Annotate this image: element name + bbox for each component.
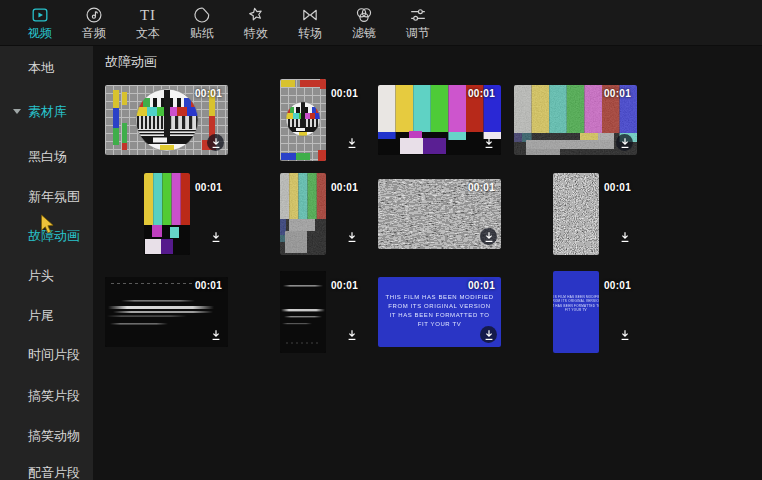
sidebar-item-outro[interactable]: 片尾 bbox=[28, 308, 54, 324]
duration-badge: 00:01 bbox=[195, 182, 222, 193]
grid-cell: 00:01 bbox=[514, 85, 637, 155]
download-icon bbox=[619, 329, 631, 341]
bluescreen-line: IT HAS BEEN FORMATTED TO bbox=[390, 311, 490, 320]
tab-video[interactable]: 视频 bbox=[13, 0, 67, 45]
sidebar-item-dubbing-clips-label: 配音片段 bbox=[28, 465, 80, 480]
download-icon bbox=[346, 137, 358, 149]
download-button[interactable] bbox=[207, 326, 224, 343]
grid-cell: 00:01 bbox=[241, 85, 364, 155]
video-thumbnail-color-bars-glitch-vertical[interactable] bbox=[144, 173, 190, 255]
sidebar-item-library[interactable]: 素材库 bbox=[28, 104, 67, 120]
filter-circles-icon bbox=[354, 5, 374, 25]
tab-effects[interactable]: 特效 bbox=[229, 0, 283, 45]
sidebar-item-new-year-label: 新年氛围 bbox=[28, 189, 80, 204]
duration-badge: 00:01 bbox=[331, 88, 358, 99]
tab-text[interactable]: TI 文本 bbox=[121, 0, 175, 45]
download-button[interactable] bbox=[480, 134, 497, 151]
effects-star-icon bbox=[246, 5, 266, 25]
sidebar-item-black-white[interactable]: 黑白场 bbox=[28, 149, 67, 165]
download-button[interactable] bbox=[616, 134, 633, 151]
sidebar-item-glitch-animation[interactable]: 故障动画 bbox=[28, 228, 80, 244]
tab-adjust[interactable]: 调节 bbox=[391, 0, 445, 45]
download-button[interactable] bbox=[343, 228, 360, 245]
sticker-icon bbox=[192, 5, 212, 25]
sidebar-item-intro[interactable]: 片头 bbox=[28, 268, 54, 284]
download-icon bbox=[346, 329, 358, 341]
grid-cell: 00:01 bbox=[514, 179, 637, 249]
download-icon bbox=[210, 231, 222, 243]
sidebar-item-funny-animals-label: 搞笑动物 bbox=[28, 428, 80, 443]
sidebar-item-library-label: 素材库 bbox=[28, 104, 67, 119]
tab-video-label: 视频 bbox=[28, 26, 52, 40]
download-button[interactable] bbox=[343, 134, 360, 151]
download-button[interactable] bbox=[480, 326, 497, 343]
sidebar-item-time-clips[interactable]: 时间片段 bbox=[28, 347, 80, 363]
duration-badge: 00:01 bbox=[331, 182, 358, 193]
bluescreen-line: FIT YOUR TV bbox=[565, 308, 587, 313]
sidebar-item-funny-clips[interactable]: 搞笑片段 bbox=[28, 388, 80, 404]
caret-down-icon bbox=[13, 109, 21, 114]
bluescreen-line: FROM ITS ORIGINAL VERSION bbox=[388, 302, 490, 311]
sidebar-item-glitch-animation-label: 故障动画 bbox=[28, 228, 80, 243]
grid-cell: 00:01 bbox=[378, 85, 501, 155]
app-window: 视频 音频 TI 文本 bbox=[0, 0, 762, 480]
transition-bowtie-icon bbox=[300, 5, 320, 25]
download-button[interactable] bbox=[207, 134, 224, 151]
duration-badge: 00:01 bbox=[331, 280, 358, 291]
tab-adjust-label: 调节 bbox=[406, 26, 430, 40]
video-thumbnail-pm5544-test-pattern-vertical[interactable] bbox=[280, 79, 326, 161]
download-button[interactable] bbox=[616, 326, 633, 343]
top-toolbar: 视频 音频 TI 文本 bbox=[0, 0, 762, 46]
bluescreen-notice-text: THIS FILM HAS BEEN MODIFIED FROM ITS ORI… bbox=[569, 291, 583, 316]
tab-filter[interactable]: 滤镜 bbox=[337, 0, 391, 45]
download-icon bbox=[619, 231, 631, 243]
video-thumbnail-color-bars-noise-vertical[interactable] bbox=[280, 173, 326, 255]
sidebar-item-black-white-label: 黑白场 bbox=[28, 149, 67, 164]
video-icon bbox=[30, 5, 50, 25]
grid-cell: THIS FILM HAS BEEN MODIFIED FROM ITS ORI… bbox=[514, 277, 637, 347]
grid-cell: 00:01 bbox=[241, 277, 364, 347]
page-title: 故障动画 bbox=[105, 53, 157, 71]
grid-cell: 00:01 bbox=[105, 179, 228, 249]
grid-cell: 00:01 bbox=[378, 179, 501, 249]
download-icon bbox=[483, 137, 495, 149]
sidebar-item-funny-clips-label: 搞笑片段 bbox=[28, 388, 80, 403]
download-button[interactable] bbox=[480, 228, 497, 245]
adjust-sliders-icon bbox=[408, 5, 428, 25]
tab-transition-label: 转场 bbox=[298, 26, 322, 40]
grid-cell: 00:01 bbox=[105, 85, 228, 155]
sidebar-item-outro-label: 片尾 bbox=[28, 308, 54, 323]
tab-effects-label: 特效 bbox=[244, 26, 268, 40]
video-thumbnail-blue-screen-notice-vertical[interactable]: THIS FILM HAS BEEN MODIFIED FROM ITS ORI… bbox=[553, 271, 599, 353]
duration-badge: 00:01 bbox=[604, 182, 631, 193]
tab-audio[interactable]: 音频 bbox=[67, 0, 121, 45]
category-sidebar: 本地 素材库 黑白场 新年氛围 故障动画 片头 片尾 时间片段 搞笑片段 搞笑动… bbox=[0, 45, 93, 480]
duration-badge: 00:01 bbox=[195, 88, 222, 99]
tab-transition[interactable]: 转场 bbox=[283, 0, 337, 45]
text-icon: TI bbox=[138, 5, 158, 25]
tab-sticker[interactable]: 贴纸 bbox=[175, 0, 229, 45]
download-button[interactable] bbox=[343, 326, 360, 343]
tab-filter-label: 滤镜 bbox=[352, 26, 376, 40]
download-icon bbox=[210, 329, 222, 341]
material-grid-panel: 故障动画 bbox=[93, 45, 762, 480]
toolbar-tabs: 视频 音频 TI 文本 bbox=[13, 0, 445, 45]
sidebar-item-time-clips-label: 时间片段 bbox=[28, 347, 80, 362]
sidebar-item-funny-animals[interactable]: 搞笑动物 bbox=[28, 428, 80, 444]
bluescreen-notice-text: THIS FILM HAS BEEN MODIFIED FROM ITS ORI… bbox=[403, 290, 477, 332]
sidebar-item-local[interactable]: 本地 bbox=[28, 60, 54, 76]
video-thumbnail-scanline-streaks-vertical[interactable] bbox=[280, 271, 326, 353]
duration-badge: 00:01 bbox=[468, 280, 495, 291]
duration-badge: 00:01 bbox=[468, 88, 495, 99]
video-thumbnail-tv-static-noise-vertical[interactable] bbox=[553, 173, 599, 255]
duration-badge: 00:01 bbox=[468, 182, 495, 193]
sidebar-item-dubbing-clips[interactable]: 配音片段 bbox=[28, 465, 80, 480]
sidebar-item-new-year[interactable]: 新年氛围 bbox=[28, 189, 80, 205]
tab-text-label: 文本 bbox=[136, 26, 160, 40]
download-button[interactable] bbox=[207, 228, 224, 245]
sidebar-item-intro-label: 片头 bbox=[28, 268, 54, 283]
bluescreen-line: FIT YOUR TV bbox=[418, 320, 462, 329]
download-button[interactable] bbox=[616, 228, 633, 245]
duration-badge: 00:01 bbox=[195, 280, 222, 291]
sidebar-item-local-label: 本地 bbox=[28, 60, 54, 75]
